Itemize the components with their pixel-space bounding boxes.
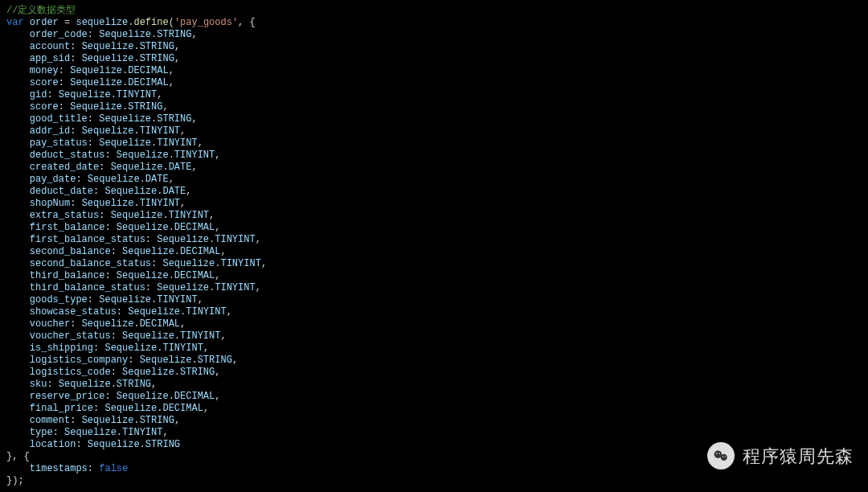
svg-point-1 [721,454,727,461]
code-editor[interactable]: //定义数据类型 var order = sequelize.define('p… [6,5,862,487]
wechat-icon [707,442,735,469]
watermark-text: 程序猿周先森 [743,450,854,462]
svg-point-3 [719,453,720,454]
svg-point-2 [716,453,718,454]
watermark: 程序猿周先森 [707,442,854,469]
svg-point-5 [724,456,725,457]
svg-point-4 [723,456,723,457]
